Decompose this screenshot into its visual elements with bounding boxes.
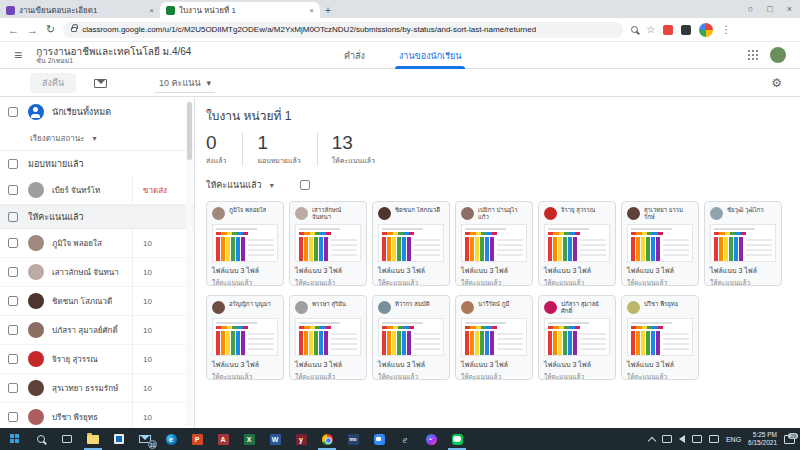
tray-expand-icon[interactable] bbox=[648, 436, 656, 444]
status-filter-dropdown[interactable]: ให้คะแนนแล้ว ▾ bbox=[206, 178, 274, 192]
all-students-row[interactable]: นักเรียนทั้งหมด bbox=[0, 98, 194, 126]
student-card[interactable]: พรรษา สุริยัน ไฟล์แนบ 3 ไฟล์ ให้คะแนนแล้… bbox=[289, 295, 367, 380]
submission-thumbnail[interactable] bbox=[710, 224, 776, 262]
clock[interactable]: 5:25 PM 6/15/2021 bbox=[748, 431, 777, 447]
line-button[interactable] bbox=[444, 428, 470, 450]
student-row[interactable]: ชิดชนก โสภณวดี 10 bbox=[0, 287, 194, 316]
scrollbar-thumb[interactable] bbox=[187, 102, 192, 160]
extension-icon-dark[interactable] bbox=[681, 25, 691, 35]
submission-thumbnail[interactable] bbox=[212, 318, 278, 356]
forward-icon[interactable]: → bbox=[27, 24, 38, 36]
google-apps-grid-icon[interactable] bbox=[748, 50, 758, 60]
submission-thumbnail[interactable] bbox=[212, 224, 278, 262]
points-dropdown[interactable]: 10 คะแนน ▾ bbox=[155, 74, 215, 93]
tab-close-icon[interactable]: × bbox=[309, 6, 314, 15]
section-graded[interactable]: ให้คะแนนแล้ว bbox=[0, 205, 194, 229]
submission-thumbnail[interactable] bbox=[544, 224, 610, 262]
student-card[interactable]: สุรเวทยา ธรรมรักษ์ ไฟล์แนบ 3 ไฟล์ ให้คะแ… bbox=[621, 201, 699, 286]
submission-thumbnail[interactable] bbox=[461, 318, 527, 356]
section-checkbox[interactable] bbox=[8, 159, 18, 169]
submission-thumbnail[interactable] bbox=[544, 318, 610, 356]
ms-app-button[interactable]: ms bbox=[340, 428, 366, 450]
student-checkbox[interactable] bbox=[8, 325, 18, 335]
return-button[interactable]: ส่งคืน bbox=[30, 73, 76, 93]
zoom-button[interactable] bbox=[366, 428, 392, 450]
touch-keyboard-icon[interactable] bbox=[709, 435, 719, 443]
student-checkbox[interactable] bbox=[8, 412, 18, 422]
submission-thumbnail[interactable] bbox=[378, 318, 444, 356]
student-card[interactable]: ชัยวุฒิ วุฒิไกร ไฟล์แนบ 3 ไฟล์ ให้คะแนนแ… bbox=[704, 201, 782, 286]
student-checkbox[interactable] bbox=[8, 354, 18, 364]
student-row[interactable]: ภูมิใจ พลอยใส 10 bbox=[0, 229, 194, 258]
student-checkbox[interactable] bbox=[8, 296, 18, 306]
submission-thumbnail[interactable] bbox=[627, 318, 693, 356]
tab-instructions[interactable]: คำสั่ง bbox=[340, 42, 369, 69]
submission-thumbnail[interactable] bbox=[295, 318, 361, 356]
messenger-button[interactable] bbox=[418, 428, 444, 450]
submission-thumbnail[interactable] bbox=[295, 224, 361, 262]
browser-tab-forms[interactable]: งานเขียนตอบละเอียด1 × bbox=[0, 2, 160, 18]
student-card[interactable]: อรัญญิกา บุญมา ไฟล์แนบ 3 ไฟล์ ให้คะแนนแล… bbox=[206, 295, 284, 380]
student-card[interactable]: ชิดชนก โสภณวดี ไฟล์แนบ 3 ไฟล์ ให้คะแนนแล… bbox=[372, 201, 450, 286]
word-button[interactable]: W bbox=[262, 428, 288, 450]
sort-dropdown[interactable]: เรียงตามสถานะ ▾ bbox=[0, 126, 194, 150]
speaker-icon[interactable] bbox=[679, 435, 685, 443]
submission-thumbnail[interactable] bbox=[461, 224, 527, 262]
hamburger-menu-icon[interactable]: ≡ bbox=[14, 47, 22, 63]
mail-button[interactable]: 10 bbox=[132, 428, 158, 450]
powerpoint-button[interactable]: P bbox=[184, 428, 210, 450]
student-card[interactable]: ภูมิใจ พลอยใส ไฟล์แนบ 3 ไฟล์ ให้คะแนนแล้… bbox=[206, 201, 284, 286]
student-checkbox[interactable] bbox=[8, 185, 18, 195]
submission-thumbnail[interactable] bbox=[627, 224, 693, 262]
account-avatar[interactable] bbox=[770, 47, 786, 63]
bookmark-star-icon[interactable]: ☆ bbox=[646, 24, 655, 35]
sidebar-scrollbar[interactable] bbox=[186, 100, 193, 426]
course-info[interactable]: การงานอาชีพและเทคโนโลยี ม.4/64 ชั้น 2/เท… bbox=[36, 46, 191, 65]
settings-gear-icon[interactable]: ⚙ bbox=[771, 76, 782, 90]
tab-close-icon[interactable]: × bbox=[149, 6, 154, 15]
language-indicator[interactable]: ENG bbox=[726, 436, 741, 443]
student-row[interactable]: ปภัสรา สุมาลย์ศักดิ์ 10 bbox=[0, 316, 194, 345]
filter-checkbox[interactable] bbox=[300, 180, 310, 190]
student-row[interactable]: เสาวลักษณ์ จันทนา 10 bbox=[0, 258, 194, 287]
extension-icon-red[interactable] bbox=[663, 25, 673, 35]
browser-profile-avatar[interactable] bbox=[699, 23, 713, 37]
app-button-maroon[interactable]: y bbox=[288, 428, 314, 450]
taskbar-search-button[interactable] bbox=[28, 428, 54, 450]
student-card[interactable]: ปภัสรา สุมาลย์ศักดิ์ ไฟล์แนบ 3 ไฟล์ ให้ค… bbox=[538, 295, 616, 380]
student-row[interactable]: สุรเวทยา ธรรมรักษ์ 10 bbox=[0, 374, 194, 403]
search-icon[interactable] bbox=[631, 26, 638, 33]
address-bar[interactable]: classroom.google.com/u/1/c/M2U5ODlIMTg2O… bbox=[63, 22, 623, 38]
section-assigned[interactable]: มอบหมายแล้ว bbox=[0, 150, 194, 176]
email-icon[interactable] bbox=[94, 79, 107, 88]
student-card[interactable]: นารีรัตน์ ภูมี ไฟล์แนบ 3 ไฟล์ ให้คะแนนแล… bbox=[455, 295, 533, 380]
student-card[interactable]: เสาวลักษณ์ จันทนา ไฟล์แนบ 3 ไฟล์ ให้คะแน… bbox=[289, 201, 367, 286]
browser-tab-classroom[interactable]: ใบงาน หน่วยที่ 1 × bbox=[160, 2, 320, 18]
student-checkbox[interactable] bbox=[8, 383, 18, 393]
tray-device-icon[interactable] bbox=[662, 435, 672, 443]
student-card[interactable]: ทิวากร สมบัติ ไฟล์แนบ 3 ไฟล์ ให้คะแนนแล้… bbox=[372, 295, 450, 380]
tab-student-work[interactable]: งานของนักเรียน bbox=[395, 42, 466, 69]
edge-button[interactable]: e bbox=[158, 428, 184, 450]
section-checkbox[interactable] bbox=[8, 212, 18, 222]
access-button[interactable]: A bbox=[210, 428, 236, 450]
back-icon[interactable]: ← bbox=[8, 24, 19, 36]
chrome-button[interactable] bbox=[314, 428, 340, 450]
excel-button[interactable]: X bbox=[236, 428, 262, 450]
missing-student-row[interactable]: เบียร์ จันทร์โท ขาดส่ง bbox=[0, 176, 194, 205]
student-checkbox[interactable] bbox=[8, 238, 18, 248]
student-card[interactable]: เปมิกา ปานอุไร แก้ว ไฟล์แนบ 3 ไฟล์ ให้คะ… bbox=[455, 201, 533, 286]
restore-window-icon[interactable]: □ bbox=[767, 4, 772, 14]
reload-icon[interactable]: ↻ bbox=[46, 23, 55, 36]
task-view-button[interactable] bbox=[54, 428, 80, 450]
submission-thumbnail[interactable] bbox=[378, 224, 444, 262]
close-window-icon[interactable]: × bbox=[787, 4, 792, 14]
new-tab-button[interactable]: + bbox=[320, 2, 336, 18]
student-card[interactable]: ปรีชา พีรยุทธ ไฟล์แนบ 3 ไฟล์ ให้คะแนนแล้… bbox=[621, 295, 699, 380]
browser-menu-icon[interactable]: ⋮ bbox=[721, 24, 731, 35]
display-connect-icon[interactable] bbox=[692, 435, 702, 443]
microsoft-store-button[interactable] bbox=[106, 428, 132, 450]
media-control-icon[interactable]: ○ bbox=[748, 4, 753, 14]
student-row[interactable]: จิรายุ สุวรรณ 10 bbox=[0, 345, 194, 374]
internet-explorer-button[interactable]: e bbox=[392, 428, 418, 450]
